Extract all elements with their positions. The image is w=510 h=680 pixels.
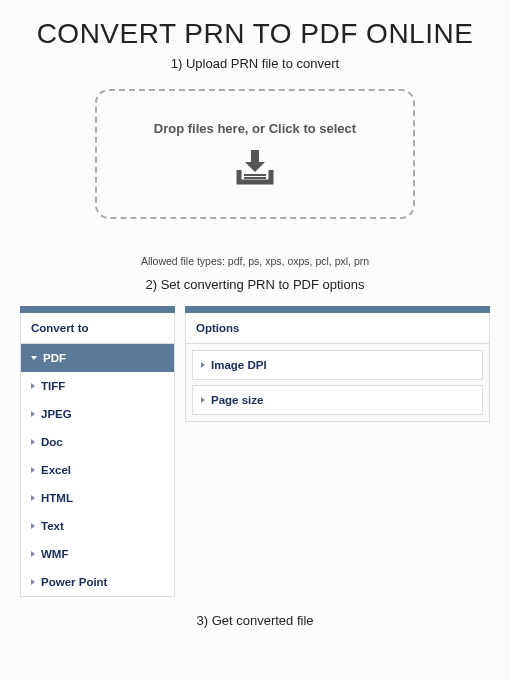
format-label: Doc xyxy=(41,436,63,448)
chevron-right-icon xyxy=(31,551,35,557)
format-label: PDF xyxy=(43,352,66,364)
file-dropzone[interactable]: Drop files here, or Click to select xyxy=(95,89,415,219)
format-label: HTML xyxy=(41,492,73,504)
format-item-wmf[interactable]: WMF xyxy=(21,540,174,568)
format-label: TIFF xyxy=(41,380,65,392)
option-image-dpi[interactable]: Image DPI xyxy=(192,350,483,380)
format-item-power-point[interactable]: Power Point xyxy=(21,568,174,596)
chevron-right-icon xyxy=(201,362,205,368)
format-item-text[interactable]: Text xyxy=(21,512,174,540)
chevron-right-icon xyxy=(31,411,35,417)
format-item-pdf[interactable]: PDF xyxy=(21,344,174,372)
format-item-excel[interactable]: Excel xyxy=(21,456,174,484)
chevron-down-icon xyxy=(31,356,37,360)
chevron-right-icon xyxy=(31,495,35,501)
step-3-label: 3) Get converted file xyxy=(20,613,490,628)
option-label: Image DPI xyxy=(211,359,267,371)
format-item-doc[interactable]: Doc xyxy=(21,428,174,456)
chevron-right-icon xyxy=(31,523,35,529)
svg-marker-0 xyxy=(245,150,265,172)
panel-topbar xyxy=(185,306,490,313)
format-item-tiff[interactable]: TIFF xyxy=(21,372,174,400)
step-2-label: 2) Set converting PRN to PDF options xyxy=(20,277,490,292)
chevron-right-icon xyxy=(31,579,35,585)
chevron-right-icon xyxy=(31,467,35,473)
panel-topbar xyxy=(20,306,175,313)
options-header: Options xyxy=(185,313,490,344)
format-item-jpeg[interactable]: JPEG xyxy=(21,400,174,428)
upload-icon xyxy=(231,148,279,188)
convert-to-panel: Convert to PDFTIFFJPEGDocExcelHTMLTextWM… xyxy=(20,306,175,597)
options-panel: Options Image DPIPage size xyxy=(185,306,490,422)
allowed-filetypes: Allowed file types: pdf, ps, xps, oxps, … xyxy=(20,255,490,267)
chevron-right-icon xyxy=(201,397,205,403)
step-1-label: 1) Upload PRN file to convert xyxy=(20,56,490,71)
format-label: Text xyxy=(41,520,64,532)
chevron-right-icon xyxy=(31,383,35,389)
format-label: JPEG xyxy=(41,408,72,420)
convert-to-header: Convert to xyxy=(20,313,175,344)
page-title: CONVERT PRN TO PDF ONLINE xyxy=(20,18,490,50)
option-page-size[interactable]: Page size xyxy=(192,385,483,415)
format-label: Power Point xyxy=(41,576,107,588)
option-label: Page size xyxy=(211,394,263,406)
options-list: Image DPIPage size xyxy=(185,344,490,422)
format-list: PDFTIFFJPEGDocExcelHTMLTextWMFPower Poin… xyxy=(20,344,175,597)
dropzone-text: Drop files here, or Click to select xyxy=(154,121,356,136)
format-label: WMF xyxy=(41,548,68,560)
format-item-html[interactable]: HTML xyxy=(21,484,174,512)
chevron-right-icon xyxy=(31,439,35,445)
format-label: Excel xyxy=(41,464,71,476)
